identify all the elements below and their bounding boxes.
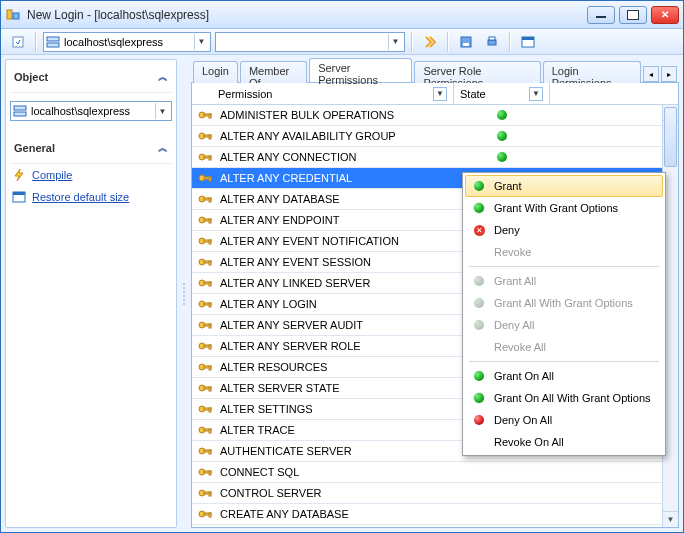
menu-item-label: Revoke [494, 246, 531, 258]
menu-item[interactable]: Grant On All [465, 365, 663, 387]
menu-item: Grant All [465, 270, 663, 292]
permission-cell: ALTER ANY LINKED SERVER [218, 277, 454, 289]
menu-item-label: Revoke All [494, 341, 546, 353]
svg-rect-3 [47, 37, 59, 41]
col-state[interactable]: State ▼ [454, 83, 550, 104]
tab-login-permissions[interactable]: Login Permissions [543, 61, 641, 83]
permission-cell: ALTER ANY SERVER ROLE [218, 340, 454, 352]
permission-cell: ALTER SERVER STATE [218, 382, 454, 394]
execute-icon[interactable] [419, 31, 441, 53]
collapse-icon[interactable]: ︽ [158, 70, 168, 84]
filter-dropdown-icon[interactable]: ▼ [433, 87, 447, 101]
server-combo[interactable]: localhost\sqlexpress ▼ [43, 32, 211, 52]
state-cell[interactable] [454, 152, 550, 162]
svg-rect-29 [209, 198, 211, 202]
table-row[interactable]: CREATE ANY DATABASE [192, 504, 678, 525]
state-cell[interactable] [454, 131, 550, 141]
key-icon [192, 317, 218, 333]
svg-rect-65 [209, 450, 211, 454]
print-icon[interactable] [481, 31, 503, 53]
app-icon [5, 7, 21, 23]
permission-cell: ALTER ANY LOGIN [218, 298, 454, 310]
table-row[interactable]: CONTROL SERVER [192, 483, 678, 504]
permission-cell: ALTER ANY EVENT SESSION [218, 256, 454, 268]
chevron-down-icon[interactable]: ▼ [194, 34, 208, 50]
svg-rect-59 [209, 408, 211, 412]
restore-label: Restore default size [32, 191, 129, 203]
menu-item[interactable]: Deny On All [465, 409, 663, 431]
menu-item-label: Deny [494, 224, 520, 236]
tab-scroll-right[interactable]: ▸ [661, 66, 677, 82]
state-context-menu[interactable]: GrantGrant With Grant Options✕DenyRevoke… [462, 172, 666, 456]
grant-dot-icon [497, 131, 507, 141]
menu-item[interactable]: Grant With Grant Options [465, 197, 663, 219]
key-icon [192, 401, 218, 417]
state-cell[interactable] [454, 110, 550, 120]
tab-login[interactable]: Login [193, 61, 238, 83]
filter-dropdown-icon[interactable]: ▼ [529, 87, 543, 101]
restore-size-link[interactable]: Restore default size [10, 186, 172, 208]
chevron-down-icon[interactable]: ▼ [388, 34, 402, 50]
splitter[interactable] [181, 59, 187, 528]
close-button[interactable] [651, 6, 679, 24]
general-section-header[interactable]: General ︽ [10, 135, 172, 164]
table-row[interactable]: ALTER ANY AVAILABILITY GROUP [192, 126, 678, 147]
col-permission-label: Permission [218, 88, 272, 100]
svg-rect-12 [14, 112, 26, 116]
key-icon [192, 149, 218, 165]
key-icon [192, 296, 218, 312]
titlebar[interactable]: New Login - [localhost\sqlexpress] [1, 1, 683, 29]
tab-server-permissions[interactable]: Server Permissions [309, 58, 412, 82]
svg-rect-7 [488, 40, 496, 45]
general-section-title: General [14, 142, 55, 154]
save-icon[interactable] [455, 31, 477, 53]
key-icon [192, 275, 218, 291]
svg-rect-11 [14, 106, 26, 110]
svg-rect-38 [209, 261, 211, 265]
menu-item[interactable]: Revoke On All [465, 431, 663, 453]
object-section-header[interactable]: Object ︽ [10, 64, 172, 93]
key-icon [192, 212, 218, 228]
svg-rect-53 [209, 366, 211, 370]
menu-item[interactable]: Grant On All With Grant Options [465, 387, 663, 409]
menu-item-label: Grant All [494, 275, 536, 287]
svg-rect-10 [522, 37, 534, 40]
tab-server-role-permissions[interactable]: Server Role Permissions [414, 61, 540, 83]
secondary-combo[interactable]: ▼ [215, 32, 405, 52]
chevron-down-icon[interactable]: ▼ [155, 103, 169, 119]
key-icon [192, 359, 218, 375]
permission-cell: ALTER TRACE [218, 424, 454, 436]
object-combo[interactable]: localhost\sqlexpress ▼ [10, 101, 172, 121]
table-row[interactable]: ADMINISTER BULK OPERATIONS [192, 105, 678, 126]
minimize-button[interactable] [587, 6, 615, 24]
svg-rect-71 [209, 492, 211, 496]
col-permission[interactable]: Permission ▼ [192, 83, 454, 104]
key-icon [192, 506, 218, 522]
menu-item[interactable]: Grant [465, 175, 663, 197]
separator [447, 32, 449, 52]
object-section-title: Object [14, 71, 48, 83]
toolbar-menu-icon[interactable] [7, 31, 29, 53]
permission-cell: ALTER RESOURCES [218, 361, 454, 373]
menu-item-label: Grant [494, 180, 522, 192]
table-row[interactable]: CONNECT SQL [192, 462, 678, 483]
collapse-icon[interactable]: ︽ [158, 141, 168, 155]
scroll-thumb[interactable] [664, 107, 677, 167]
menu-item[interactable]: ✕Deny [465, 219, 663, 241]
menu-item-label: Grant On All [494, 370, 554, 382]
tab-member-of[interactable]: Member Of [240, 61, 307, 83]
object-combo-text: localhost\sqlexpress [31, 105, 130, 117]
maximize-button[interactable] [619, 6, 647, 24]
scroll-down-icon[interactable]: ▼ [663, 511, 678, 527]
restore-layout-icon[interactable] [517, 31, 539, 53]
permission-cell: ALTER SETTINGS [218, 403, 454, 415]
table-row[interactable]: ALTER ANY CONNECTION [192, 147, 678, 168]
compile-link[interactable]: Compile [10, 164, 172, 186]
window-title: New Login - [localhost\sqlexpress] [27, 8, 587, 22]
restore-icon [12, 190, 26, 204]
server-icon [46, 35, 60, 49]
bolt-icon [12, 168, 26, 182]
grant-dot-icon [497, 152, 507, 162]
permission-cell: ALTER ANY CONNECTION [218, 151, 454, 163]
tab-scroll-left[interactable]: ◂ [643, 66, 659, 82]
